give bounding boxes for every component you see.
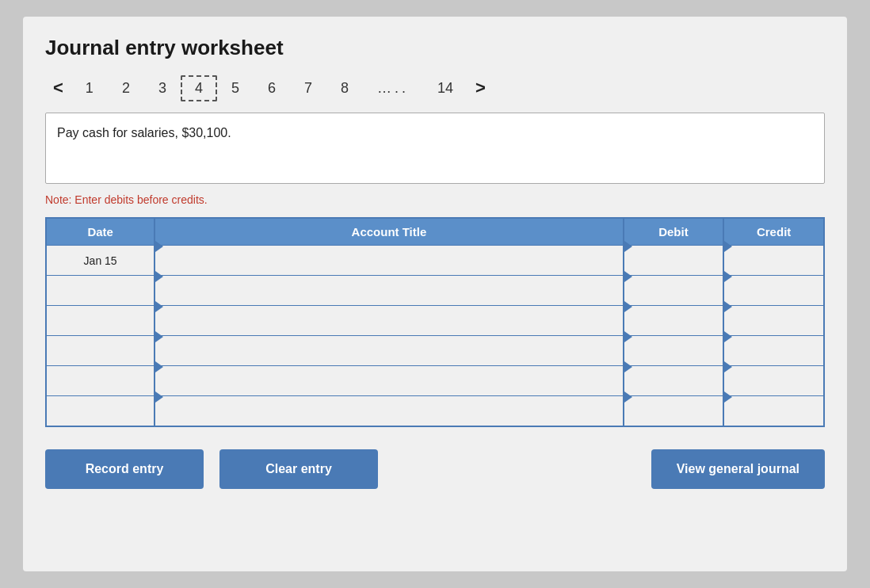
prev-arrow[interactable]: < [45, 74, 71, 101]
arrow-icon [155, 271, 163, 282]
date-cell-1 [46, 276, 155, 306]
credit-input-5[interactable] [724, 403, 823, 432]
view-general-journal-button[interactable]: View general journal [651, 449, 825, 489]
date-cell-4 [46, 366, 155, 396]
arrow-icon [724, 331, 732, 342]
tab-1[interactable]: 1 [71, 75, 108, 101]
tab-5[interactable]: 5 [217, 75, 254, 101]
tab-4[interactable]: 4 [181, 75, 217, 101]
arrow-icon [724, 361, 732, 372]
description-text: Pay cash for salaries, $30,100. [57, 126, 231, 139]
account-cell-0[interactable] [155, 246, 623, 276]
tab-2[interactable]: 2 [108, 75, 144, 101]
note-text: Note: Enter debits before credits. [45, 193, 825, 206]
arrow-icon [724, 271, 732, 282]
debit-input-2[interactable] [624, 312, 723, 342]
credit-input-4[interactable] [724, 372, 823, 402]
arrow-icon [624, 301, 632, 312]
debit-input-0[interactable] [624, 252, 723, 281]
account-input-4[interactable] [155, 372, 622, 402]
worksheet-card: Journal entry worksheet < 1 2 3 4 5 6 7 … [23, 17, 847, 571]
tab-8[interactable]: 8 [326, 75, 363, 101]
debit-input-1[interactable] [624, 282, 723, 311]
arrow-icon [155, 361, 163, 372]
arrow-icon [724, 301, 732, 312]
description-box: Pay cash for salaries, $30,100. [45, 113, 825, 184]
arrow-icon [624, 361, 632, 372]
account-input-0[interactable] [155, 252, 622, 281]
header-date: Date [46, 218, 155, 246]
credit-input-0[interactable] [724, 252, 823, 281]
account-input-3[interactable] [155, 342, 622, 372]
tab-6[interactable]: 6 [254, 75, 290, 101]
arrow-icon [155, 241, 163, 252]
account-input-2[interactable] [155, 312, 622, 342]
tab-14[interactable]: 14 [423, 75, 467, 101]
arrow-icon [155, 301, 163, 312]
debit-cell-0[interactable] [624, 246, 724, 276]
arrow-icon [624, 271, 632, 282]
account-input-1[interactable] [155, 282, 622, 311]
header-credit: Credit [723, 218, 824, 246]
next-arrow[interactable]: > [467, 74, 494, 101]
buttons-row: Record entry Clear entry View general jo… [45, 449, 825, 489]
debit-input-5[interactable] [624, 403, 723, 432]
arrow-icon [155, 391, 163, 403]
arrow-icon [155, 331, 163, 342]
credit-input-2[interactable] [724, 312, 823, 342]
account-input-5[interactable] [155, 403, 622, 432]
tab-ellipsis: ….. [363, 75, 423, 101]
journal-table: Date Account Title Debit Credit Jan 15 [45, 217, 825, 427]
date-cell-5 [46, 396, 155, 426]
credit-input-1[interactable] [724, 282, 823, 311]
arrow-icon [724, 241, 732, 252]
header-account: Account Title [155, 218, 623, 246]
tab-3[interactable]: 3 [144, 75, 181, 101]
date-cell-3 [46, 336, 155, 366]
header-debit: Debit [624, 218, 724, 246]
arrow-icon [624, 241, 632, 252]
page-title: Journal entry worksheet [45, 36, 825, 60]
clear-entry-button[interactable]: Clear entry [219, 449, 378, 489]
debit-input-4[interactable] [624, 372, 723, 402]
record-entry-button[interactable]: Record entry [45, 449, 204, 489]
credit-input-3[interactable] [724, 342, 823, 372]
date-cell-2 [46, 306, 155, 336]
arrow-icon [624, 391, 632, 403]
credit-cell-0[interactable] [723, 246, 824, 276]
debit-input-3[interactable] [624, 342, 723, 372]
tabs-row: < 1 2 3 4 5 6 7 8 ….. 14 > [45, 74, 825, 101]
tab-7[interactable]: 7 [290, 75, 326, 101]
arrow-icon [624, 331, 632, 342]
arrow-icon [724, 391, 732, 403]
date-cell-0: Jan 15 [46, 246, 155, 276]
